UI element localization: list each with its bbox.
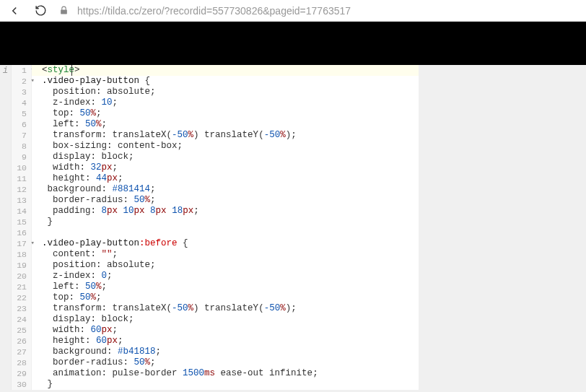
lock-icon	[59, 6, 69, 15]
line-number: 1	[12, 65, 27, 76]
reload-icon	[35, 4, 47, 17]
line-number: 28	[12, 357, 27, 368]
line-number: 16	[12, 227, 27, 238]
line-number: 23	[12, 303, 27, 314]
info-icon: i	[0, 66, 11, 77]
line-number: 13	[12, 195, 27, 206]
line-number: 19	[12, 260, 27, 271]
right-blank-panel	[419, 65, 586, 392]
line-number: 11	[12, 173, 27, 184]
line-number: 5	[12, 108, 27, 119]
url-bar[interactable]: https://tilda.cc/zero/?recordid=55773082…	[74, 4, 582, 18]
line-number: 4	[12, 97, 27, 108]
line-number: 7	[12, 130, 27, 141]
gutter-info-column: i	[0, 65, 12, 390]
reload-button[interactable]	[30, 2, 51, 19]
arrow-left-icon	[8, 4, 21, 17]
line-number: 29	[12, 368, 27, 379]
line-number: 14	[12, 206, 27, 217]
line-number: 9	[12, 152, 27, 162]
line-number: 8	[12, 141, 27, 152]
browser-toolbar: https://tilda.cc/zero/?recordid=55773082…	[0, 0, 586, 22]
line-number: 30	[12, 379, 27, 390]
line-number: 15	[12, 217, 27, 227]
line-number: 2	[12, 76, 27, 87]
line-number: 25	[12, 325, 27, 336]
line-number: 17	[12, 238, 27, 249]
line-number: 6	[12, 119, 27, 130]
line-number: 12	[12, 184, 27, 195]
line-number: 24	[12, 314, 27, 325]
line-number: 10	[12, 162, 27, 173]
back-button[interactable]	[4, 2, 25, 19]
line-number: 21	[12, 282, 27, 292]
line-number: 18	[12, 249, 27, 260]
line-number: 20	[12, 271, 27, 282]
line-number: 22	[12, 292, 27, 303]
header-black-bar	[0, 22, 586, 65]
line-number: 3	[12, 87, 27, 97]
line-number: 27	[12, 347, 27, 357]
line-number: 26	[12, 336, 27, 347]
line-number-gutter: 1234567891011121314151617181920212223242…	[12, 65, 32, 390]
